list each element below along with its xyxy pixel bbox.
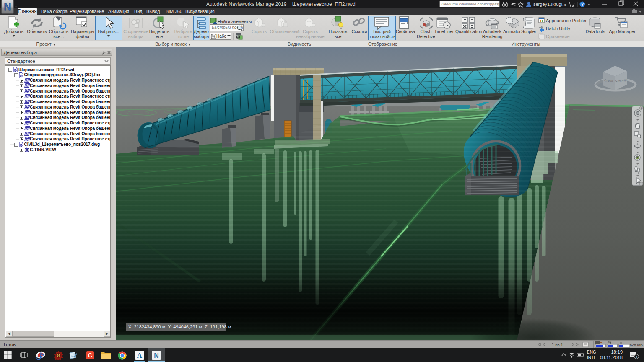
svg-text:1 из 1: 1 из 1	[552, 342, 563, 347]
svg-text:A: A	[137, 352, 143, 359]
svg-text:Слева: Слева	[604, 79, 613, 82]
svg-text:N: N	[154, 352, 159, 359]
svg-text:64: 64	[57, 354, 60, 357]
svg-text:?: ?	[581, 2, 584, 7]
svg-text:4: 4	[636, 355, 638, 359]
svg-text:sergey13krugl...: sergey13krugl...	[533, 2, 566, 7]
svg-text:N: N	[4, 1, 11, 13]
